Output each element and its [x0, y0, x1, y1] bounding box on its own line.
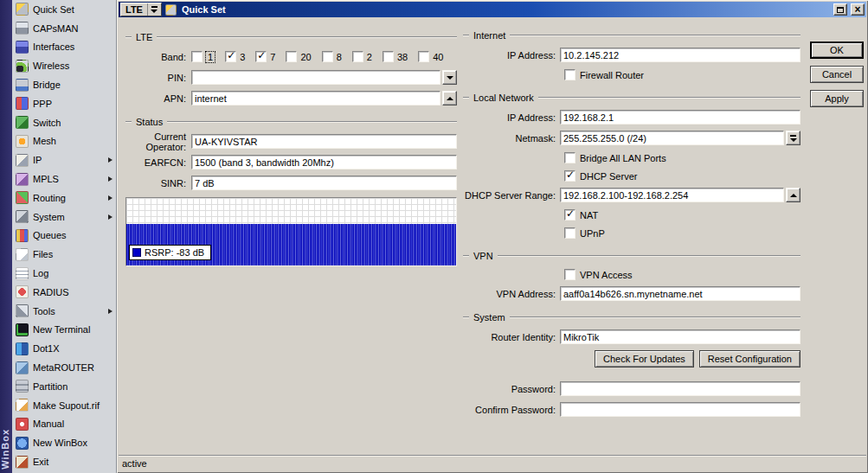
- dhcp-server-row[interactable]: DHCP Server: [564, 169, 800, 182]
- band-20[interactable]: 20: [286, 51, 311, 62]
- vpn-access-checkbox[interactable]: [564, 269, 575, 280]
- internet-ip-input[interactable]: [560, 48, 800, 62]
- sidebar-item-system[interactable]: System: [12, 208, 116, 227]
- apn-label: APN:: [125, 93, 191, 104]
- mode-dropdown-icon[interactable]: [147, 3, 161, 16]
- band-8-checkbox[interactable]: [322, 51, 333, 62]
- sidebar-item-partition[interactable]: Partition: [12, 377, 116, 396]
- section-label: LTE: [132, 32, 157, 42]
- sidebar-item-label: Make Supout.rif: [33, 400, 100, 411]
- switch-icon: [16, 116, 29, 129]
- sidebar-item-dot1x[interactable]: Dot1X: [12, 339, 116, 358]
- sidebar-item-mesh[interactable]: Mesh: [12, 132, 116, 151]
- mode-select[interactable]: LTE: [120, 3, 162, 16]
- files-icon: [16, 248, 29, 261]
- sidebar-item-new-terminal[interactable]: New Terminal: [12, 321, 116, 340]
- sidebar-item-routing[interactable]: Routing: [12, 189, 116, 208]
- nat-row[interactable]: NAT: [564, 208, 800, 221]
- nat-checkbox[interactable]: [564, 209, 575, 221]
- dhcp-range-input[interactable]: [560, 188, 784, 202]
- confirm-password-input[interactable]: [560, 402, 800, 417]
- lan-ip-input[interactable]: [560, 110, 800, 125]
- sidebar-item-tools[interactable]: Tools: [12, 302, 116, 321]
- sidebar-item-ppp[interactable]: PPP: [12, 94, 116, 113]
- sidebar-item-radius[interactable]: RADIUS: [12, 283, 116, 302]
- current-operator-label: Current Operator:: [125, 131, 191, 152]
- maximize-button[interactable]: [833, 3, 847, 16]
- band-7-checkbox[interactable]: [255, 51, 267, 62]
- check-for-updates-button[interactable]: Check For Updates: [595, 350, 694, 368]
- apn-collapse-icon[interactable]: [442, 91, 457, 105]
- capsman-icon: [16, 22, 29, 35]
- netmask-input[interactable]: [560, 131, 784, 145]
- router-identity-input[interactable]: [560, 329, 800, 344]
- bridge-all-lan-checkbox[interactable]: [564, 152, 575, 163]
- ok-button[interactable]: OK: [810, 42, 864, 59]
- band-7[interactable]: 7: [255, 51, 275, 62]
- sidebar-item-bridge[interactable]: Bridge: [12, 75, 116, 94]
- firewall-router-row[interactable]: Firewall Router: [564, 68, 800, 81]
- sidebar-item-label: IP: [33, 155, 42, 165]
- reset-configuration-button[interactable]: Reset Configuration: [699, 350, 800, 368]
- system-section-header: System: [463, 311, 800, 323]
- maximize-icon: [837, 7, 844, 13]
- upnp-row[interactable]: UPnP: [564, 227, 800, 240]
- pin-label: PIN:: [125, 73, 191, 83]
- vpn-access-row[interactable]: VPN Access: [564, 268, 800, 281]
- submenu-arrow-icon: [108, 176, 113, 182]
- apn-input[interactable]: [191, 91, 440, 105]
- submenu-arrow-icon: [108, 195, 113, 201]
- current-operator-field[interactable]: [191, 134, 457, 149]
- dhcp-range-collapse-icon[interactable]: [786, 188, 800, 202]
- band-2-checkbox[interactable]: [352, 51, 363, 62]
- pin-input[interactable]: [191, 70, 440, 85]
- sidebar-item-make-supout[interactable]: Make Supout.rif: [12, 396, 116, 415]
- sidebar-item-mpls[interactable]: MPLS: [12, 169, 116, 189]
- close-icon: ×: [854, 5, 860, 14]
- sidebar-item-capsman[interactable]: CAPsMAN: [12, 19, 116, 38]
- titlebar[interactable]: LTE Quick Set ×: [119, 2, 866, 17]
- band-40[interactable]: 40: [418, 51, 443, 62]
- band-3-checkbox[interactable]: [225, 51, 236, 62]
- band-38-checkbox[interactable]: [383, 51, 394, 62]
- vpn-address-label: VPN Address:: [463, 289, 560, 299]
- dhcp-range-label: DHCP Server Range:: [463, 190, 560, 201]
- earfcn-field[interactable]: [191, 155, 457, 169]
- cancel-button[interactable]: Cancel: [810, 66, 864, 83]
- dhcp-server-checkbox[interactable]: [564, 170, 575, 182]
- band-38-label: 38: [397, 52, 408, 62]
- band-40-checkbox[interactable]: [418, 51, 429, 62]
- vpn-address-input[interactable]: [560, 286, 800, 301]
- band-2[interactable]: 2: [352, 51, 372, 62]
- band-20-checkbox[interactable]: [286, 51, 297, 62]
- sidebar-item-new-winbox[interactable]: New WinBox: [12, 433, 116, 452]
- bridge-all-lan-row[interactable]: Bridge All LAN Ports: [564, 151, 800, 164]
- band-3[interactable]: 3: [225, 51, 245, 62]
- close-button[interactable]: ×: [851, 3, 865, 16]
- band-1[interactable]: 1: [191, 51, 215, 62]
- sidebar-item-metarouter[interactable]: MetaROUTER: [12, 358, 116, 377]
- band-38[interactable]: 38: [383, 51, 408, 62]
- sidebar-item-ip[interactable]: IP: [12, 150, 116, 169]
- sidebar-item-manual[interactable]: Manual: [12, 415, 116, 434]
- band-8[interactable]: 8: [322, 51, 342, 62]
- sidebar-item-files[interactable]: Files: [12, 245, 116, 264]
- sidebar-item-interfaces[interactable]: Interfaces: [12, 38, 116, 57]
- netmask-dropdown-icon[interactable]: [786, 131, 800, 145]
- sidebar-item-exit[interactable]: Exit: [12, 452, 116, 471]
- sidebar-item-queues[interactable]: Queues: [12, 227, 116, 246]
- firewall-router-checkbox[interactable]: [564, 69, 575, 80]
- sidebar-item-quick-set[interactable]: Quick Set: [12, 0, 116, 19]
- sidebar-item-label: Routing: [33, 193, 66, 203]
- pin-dropdown-icon[interactable]: [442, 70, 457, 85]
- sidebar-item-label: New WinBox: [33, 438, 87, 448]
- password-input[interactable]: [560, 381, 800, 396]
- sidebar-item-wireless[interactable]: Wireless: [12, 56, 116, 75]
- apply-button[interactable]: Apply: [810, 90, 864, 107]
- sidebar-item-label: MPLS: [33, 174, 59, 184]
- sidebar-item-log[interactable]: Log: [12, 264, 116, 283]
- upnp-checkbox[interactable]: [564, 227, 575, 239]
- sinr-field[interactable]: [191, 176, 457, 190]
- band-1-checkbox[interactable]: [191, 51, 203, 62]
- sidebar-item-switch[interactable]: Switch: [12, 113, 116, 132]
